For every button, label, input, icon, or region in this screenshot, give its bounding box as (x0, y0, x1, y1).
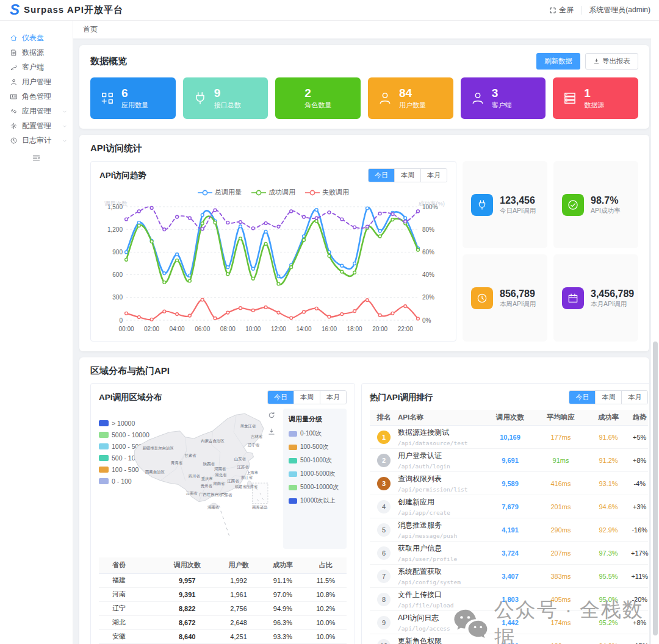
scrollbar[interactable] (651, 21, 659, 644)
rank-row[interactable]: 8 文件上传接口/api/file/upload 1,803 405ms 95.… (370, 588, 648, 611)
rank-row[interactable]: 5 消息推送服务/api/message/push 4,191 290ms 92… (370, 518, 648, 542)
rank-row[interactable]: 2 用户登录认证/api/auth/login 9,691 91ms 91.2%… (370, 449, 648, 472)
call-grade-legend: 调用量分级 0-100次100-500次500-1000次1000-5000次5… (283, 409, 347, 549)
region-section: 区域分布与热门API API调用区域分布 今日本周本月 > 100005000 … (79, 357, 649, 644)
sidebar-item-1[interactable]: 数据源 (0, 45, 73, 60)
svg-text:上海市: 上海市 (247, 470, 258, 475)
trend-tab-2[interactable]: 本月 (420, 169, 447, 182)
sidebar: 仪表盘 数据源 客户端 用户管理 角色管理 应用管理 配置管理 日志审计 (0, 21, 73, 644)
rank-row[interactable]: 10 更新角色权限/api/role/update 1,006 189ms 94… (370, 634, 648, 644)
svg-text:调用次数: 调用次数 (104, 200, 128, 207)
svg-text:湖南省: 湖南省 (213, 481, 225, 486)
svg-text:重庆市: 重庆市 (201, 476, 213, 481)
server-icon (562, 90, 578, 106)
divider (581, 6, 582, 15)
sidebar-item-2[interactable]: 客户端 (0, 60, 73, 74)
trend-tab-1[interactable]: 本周 (394, 169, 420, 182)
rank-tab-0[interactable]: 今日 (569, 391, 595, 404)
province-table: 省份调用次数用户数成功率占比 福建 9,957 1,992 91.1% 11.5… (99, 557, 347, 644)
svg-text:四川省: 四川省 (188, 474, 200, 479)
map-refresh-icon[interactable] (267, 411, 276, 422)
sidebar-item-0[interactable]: 仪表盘 (0, 30, 73, 45)
province-row[interactable]: 福建 9,957 1,992 91.1% 11.5% (99, 573, 347, 587)
sidebar-item-7[interactable]: 日志审计 (0, 133, 73, 148)
rank-row[interactable]: 9 API访问日志/api/log/access 1,442 174ms 95.… (370, 611, 648, 634)
stat-card-4: 3客户端 (461, 77, 546, 119)
log-icon (10, 137, 18, 145)
legend-成功调用[interactable]: 成功调用 (251, 188, 295, 197)
legend-失败调用[interactable]: 失败调用 (305, 188, 349, 197)
svg-text:04:00: 04:00 (170, 326, 185, 332)
export-report-button[interactable]: 导出报表 (585, 53, 638, 70)
summary-card-1: 98.7%API成功率 (553, 161, 638, 248)
map-tab-0[interactable]: 今日 (268, 391, 293, 404)
trend-tab-0[interactable]: 今日 (369, 169, 394, 182)
logo-icon: S (10, 2, 20, 17)
check-icon (567, 199, 579, 211)
rank-card-title: 热门API调用排行 (370, 392, 433, 403)
rank-row[interactable]: 7 系统配置获取/api/config/system 3,407 383ms 9… (370, 565, 648, 588)
legend-总调用量[interactable]: 总调用量 (198, 188, 242, 197)
svg-text:12:00: 12:00 (271, 326, 286, 332)
user-menu[interactable]: 系统管理员(admin) (589, 5, 650, 15)
datasource-icon (10, 49, 18, 57)
app-icon (10, 107, 18, 115)
sidebar-item-5[interactable]: 应用管理 (0, 104, 73, 118)
svg-text:00:00: 00:00 (118, 326, 134, 332)
rank-row[interactable]: 3 查询权限列表/api/permission/list 9,589 416ms… (370, 472, 648, 495)
breadcrumb[interactable]: 首页 (73, 21, 659, 39)
svg-text:0: 0 (119, 317, 123, 324)
grade-legend-item: 10000次以上 (289, 496, 341, 505)
stat-card-3: 84用户数量 (368, 77, 453, 119)
home-icon (10, 34, 18, 42)
svg-text:60%: 60% (422, 249, 434, 256)
rank-tab-1[interactable]: 本周 (595, 391, 621, 404)
fullscreen-icon (549, 7, 556, 14)
fullscreen-button[interactable]: 全屏 (549, 5, 574, 15)
svg-text:江西省: 江西省 (226, 479, 239, 484)
rank-row[interactable]: 6 获取用户信息/api/user/profile 3,724 207ms 97… (370, 542, 648, 565)
rank-row[interactable]: 4 创建新应用/api/app/create 7,679 201ms 94.6%… (370, 495, 648, 518)
scrollbar-thumb[interactable] (653, 342, 658, 635)
plug-icon (476, 199, 488, 211)
svg-text:10:00: 10:00 (245, 326, 261, 332)
sidebar-item-4[interactable]: 角色管理 (0, 89, 73, 104)
grade-legend-item: 0-100次 (289, 429, 341, 438)
province-row[interactable]: 辽宁 8,822 2,756 94.9% 10.2% (99, 601, 347, 615)
chevron-down-icon (62, 123, 68, 129)
user-icon (470, 90, 486, 106)
summary-card-0: 123,456今日API调用 (463, 161, 547, 248)
user-icon (377, 90, 393, 106)
rank-tab-2[interactable]: 本月 (621, 391, 647, 404)
grade-legend-item: 500-1000次 (289, 456, 341, 465)
province-row[interactable]: 安徽 8,640 4,251 93.3% 10.0% (99, 629, 347, 643)
rank-row[interactable]: 1 数据源连接测试/api/datasource/test 10,169 177… (370, 426, 648, 449)
sidebar-item-6[interactable]: 配置管理 (0, 118, 73, 133)
key-icon (10, 63, 18, 71)
refresh-data-button[interactable]: 刷新数据 (536, 53, 580, 70)
svg-text:甘肃省: 甘肃省 (184, 453, 196, 458)
rank-badge: 9 (377, 616, 391, 629)
svg-text:西藏自治区: 西藏自治区 (145, 470, 165, 474)
svg-text:青海省: 青海省 (171, 460, 183, 465)
svg-text:黑龙江省: 黑龙江省 (240, 424, 256, 429)
map-download-icon[interactable] (267, 428, 276, 438)
svg-text:22:00: 22:00 (398, 326, 413, 332)
province-row[interactable]: 河南 9,391 1,961 97.0% 10.8% (99, 587, 347, 601)
rank-header-row: 排名API名称调用次数平均响应成功率趋势 (370, 410, 648, 426)
sidebar-collapse-button[interactable] (0, 154, 73, 163)
map-tab-2[interactable]: 本月 (320, 391, 346, 404)
rank-badge: 10 (377, 639, 391, 644)
api-stats-title: API访问统计 (90, 143, 142, 154)
chevron-down-icon (62, 138, 68, 144)
svg-text:河南省: 河南省 (214, 467, 226, 471)
sidebar-item-3[interactable]: 用户管理 (0, 74, 73, 89)
api-trend-title: API访问趋势 (99, 170, 146, 181)
api-trend-card: API访问趋势 今日本周本月 总调用量 成功调用 失败调用 00%30020%6… (90, 161, 456, 342)
map-tab-1[interactable]: 本周 (293, 391, 320, 404)
svg-text:02:00: 02:00 (144, 326, 159, 332)
refresh-icon (267, 411, 276, 420)
user-icon (10, 78, 18, 86)
svg-text:40%: 40% (422, 271, 434, 278)
province-row[interactable]: 湖北 8,672 2,648 96.3% 10.0% (99, 615, 347, 629)
